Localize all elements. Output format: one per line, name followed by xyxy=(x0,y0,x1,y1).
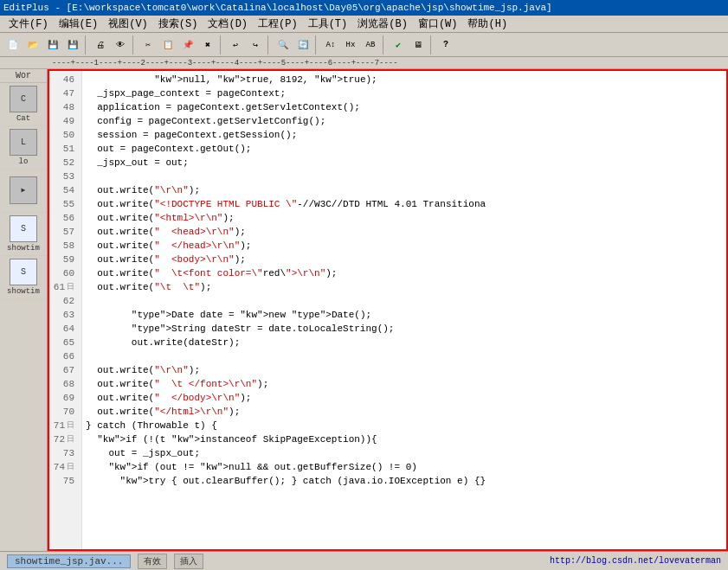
code-line: out.write(" </head>\r\n"); xyxy=(86,239,725,253)
code-content[interactable]: "kw">null, "kw">true, 8192, "kw">true); … xyxy=(82,69,728,551)
btn-monitor[interactable]: 🖥 xyxy=(409,35,428,54)
line-num-58: 58 xyxy=(48,239,78,253)
sidebar-item-2[interactable]: ▶ xyxy=(0,170,47,213)
line-num-54: 54 xyxy=(48,183,78,197)
print-button[interactable]: 🖨 xyxy=(91,35,110,54)
btn-ab[interactable]: AB xyxy=(361,35,380,54)
code-line: _jspx_page_context = pageContext; xyxy=(86,86,725,100)
status-bar: showtime_jsp.jav... 有效 插入 http://blog.cs… xyxy=(0,551,728,570)
paste-button[interactable]: 📌 xyxy=(178,35,197,54)
sidebar-item-0[interactable]: C Cat xyxy=(0,83,47,126)
line-num-66: 66 xyxy=(48,349,78,363)
status-url: http://blog.csdn.net/lovevaterman xyxy=(550,556,721,566)
menu-window[interactable]: 窗口(W) xyxy=(413,15,463,33)
code-line: out.write(" \t </font>\r\n"); xyxy=(86,377,725,391)
file-tab[interactable]: showtime_jsp.jav... xyxy=(7,554,131,568)
undo-button[interactable]: ↩ xyxy=(226,35,245,54)
btn-hx[interactable]: Hx xyxy=(341,35,360,54)
btn-help[interactable]: ? xyxy=(436,35,455,54)
line-num-55: 55 xyxy=(48,197,78,211)
title-text: EditPlus - [E:\workspace\tomcat0\work\Ca… xyxy=(3,3,552,13)
line-num-64: 64 xyxy=(48,322,78,336)
line-num-57: 57 xyxy=(48,225,78,239)
code-line: application = pageContext.getServletCont… xyxy=(86,100,725,114)
sep5 xyxy=(315,35,319,54)
sep1 xyxy=(85,35,88,54)
sidebar-item-4[interactable]: S showtim xyxy=(0,256,47,299)
code-line: "kw">null, "kw">true, 8192, "kw">true); xyxy=(86,73,725,86)
line-num-53: 53 xyxy=(48,170,78,183)
line-num-69: 69 xyxy=(48,391,78,405)
code-line: out.write(" <body>\r\n"); xyxy=(86,253,725,266)
editor-container: 4647484950515253545556575859606162636465… xyxy=(48,69,728,551)
sidebar-label-4: showtim xyxy=(7,287,40,296)
menu-browser[interactable]: 浏览器(B) xyxy=(352,15,413,33)
menu-edit[interactable]: 编辑(E) xyxy=(54,15,104,33)
copy-button[interactable]: 📋 xyxy=(158,35,177,54)
line-num-61: 61 xyxy=(48,280,78,294)
sep3 xyxy=(220,35,223,54)
code-line: _jspx_out = out; xyxy=(86,156,725,170)
menu-project[interactable]: 工程(P) xyxy=(253,15,303,33)
delete-button[interactable]: ✖ xyxy=(198,35,217,54)
line-num-47: 47 xyxy=(48,86,78,100)
line-num-49: 49 xyxy=(48,114,78,128)
replace-button[interactable]: 🔄 xyxy=(293,35,312,54)
line-num-46: 46 xyxy=(48,73,78,86)
code-line: out.write("<!DOCTYPE HTML PUBLIC \"-//W3… xyxy=(86,197,725,211)
btn-a[interactable]: A↕ xyxy=(321,35,340,54)
menu-view[interactable]: 视图(V) xyxy=(103,15,153,33)
line-numbers: 4647484950515253545556575859606162636465… xyxy=(48,69,82,551)
code-line: "kw">if (!(t "kw">instanceof SkipPageExc… xyxy=(86,432,725,446)
save-button[interactable]: 💾 xyxy=(43,35,62,54)
line-num-52: 52 xyxy=(48,156,78,170)
redo-button[interactable]: ↪ xyxy=(246,35,265,54)
sidebar-label-1: lo xyxy=(19,157,29,166)
print-preview-button[interactable]: 👁 xyxy=(111,35,130,54)
code-line: out.write(" \t<font color=\"red\">\r\n")… xyxy=(86,266,725,280)
menu-doc[interactable]: 文档(D) xyxy=(203,15,253,33)
line-num-65: 65 xyxy=(48,336,78,349)
code-line: config = pageContext.getServletConfig(); xyxy=(86,114,725,128)
menu-help[interactable]: 帮助(H) xyxy=(462,15,512,33)
code-line: out.write("</html>\r\n"); xyxy=(86,405,725,419)
sidebar-label-0: Cat xyxy=(16,114,30,123)
sidebar-icon-4: S xyxy=(10,259,37,285)
code-line: "type">Date date = "kw">new "type">Date(… xyxy=(86,308,725,322)
open-button[interactable]: 📂 xyxy=(23,35,42,54)
code-line: out.write("\r\n"); xyxy=(86,183,725,197)
sidebar-item-3[interactable]: S showtim xyxy=(0,213,47,256)
menu-search[interactable]: 搜索(S) xyxy=(153,15,203,33)
line-num-73: 73 xyxy=(48,446,78,460)
code-line: out.write(dateStr); xyxy=(86,336,725,349)
menu-file[interactable]: 文件(F) xyxy=(3,15,54,33)
sidebar-icon-2: ▶ xyxy=(10,176,37,204)
line-num-50: 50 xyxy=(48,128,78,142)
line-num-62: 62 xyxy=(48,294,78,308)
code-line: "type">String dateStr = date.toLocaleStr… xyxy=(86,322,725,336)
ruler: ----+----1----+----2----+----3----+----4… xyxy=(0,57,728,69)
find-button[interactable]: 🔍 xyxy=(274,35,293,54)
code-line: "kw">if (out != "kw">null && out.getBuff… xyxy=(86,460,725,474)
status-insert: 插入 xyxy=(174,554,203,569)
line-num-71: 71 xyxy=(48,419,78,432)
cut-button[interactable]: ✂ xyxy=(139,35,158,54)
line-num-74: 74 xyxy=(48,460,78,474)
sidebar: Wor C Cat L lo ▶ S showtim S showtim xyxy=(0,69,48,551)
ruler-text: ----+----1----+----2----+----3----+----4… xyxy=(52,59,398,67)
code-line: out = _jspx_out; xyxy=(86,446,725,460)
menu-tools[interactable]: 工具(T) xyxy=(303,15,353,33)
line-num-59: 59 xyxy=(48,253,78,266)
code-line xyxy=(86,349,725,363)
line-num-56: 56 xyxy=(48,211,78,225)
btn-check[interactable]: ✔ xyxy=(389,35,408,54)
menu-bar: 文件(F) 编辑(E) 视图(V) 搜索(S) 文档(D) 工程(P) 工具(T… xyxy=(0,16,728,33)
code-editor[interactable]: 4647484950515253545556575859606162636465… xyxy=(48,69,728,551)
line-num-63: 63 xyxy=(48,308,78,322)
sidebar-icon-0: C xyxy=(10,86,37,112)
code-line: } catch (Throwable t) { xyxy=(86,419,725,432)
sidebar-item-1[interactable]: L lo xyxy=(0,126,47,170)
save-all-button[interactable]: 💾 xyxy=(63,35,82,54)
new-button[interactable]: 📄 xyxy=(3,35,23,54)
code-line: out.write(" </body>\r\n"); xyxy=(86,391,725,405)
